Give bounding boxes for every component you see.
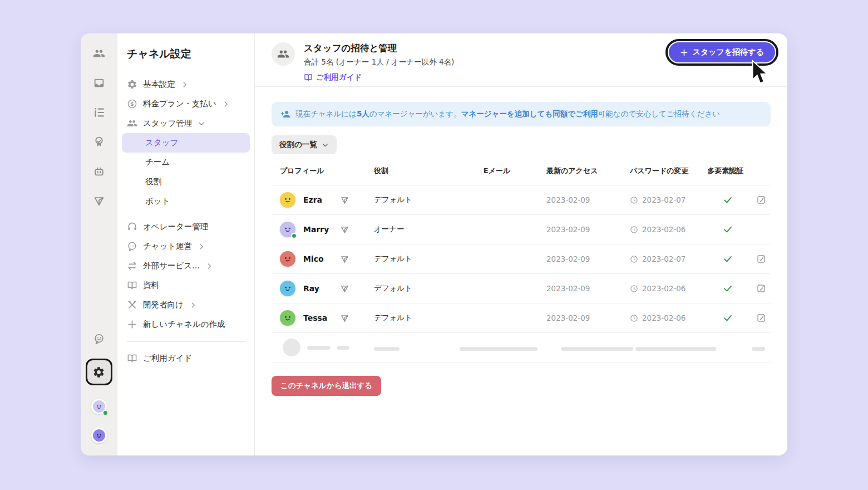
menu-label: 新しいチャネルの作成 bbox=[143, 319, 225, 330]
menu-label: スタッフ管理 bbox=[143, 118, 192, 129]
avatar bbox=[280, 281, 295, 296]
mfa-check-icon bbox=[706, 313, 750, 323]
gear-icon bbox=[127, 79, 137, 90]
contacts-icon[interactable] bbox=[93, 47, 105, 60]
staff-people-icon bbox=[272, 42, 295, 66]
channel-avatar-other[interactable] bbox=[91, 428, 107, 443]
staff-role: オーナー bbox=[374, 224, 455, 234]
table-row: Mico デフォルト 2023-02-09 2023-02-07 bbox=[272, 244, 771, 274]
badge-icon[interactable] bbox=[93, 136, 105, 148]
staff-name: Mico bbox=[303, 254, 340, 263]
clock-icon bbox=[630, 226, 638, 234]
staff-password-changed: 2023-02-06 bbox=[642, 313, 685, 322]
edit-staff-button[interactable] bbox=[750, 195, 771, 205]
plus-icon bbox=[127, 319, 137, 330]
sidebar-item-billing[interactable]: $ 料金プラン・支払い bbox=[117, 94, 254, 114]
staff-password-changed: 2023-02-07 bbox=[642, 254, 685, 263]
smiley-chat-icon[interactable] bbox=[93, 333, 105, 345]
mfa-check-icon bbox=[706, 224, 750, 234]
inbox-icon[interactable] bbox=[93, 77, 105, 89]
col-header-profile: プロフィール bbox=[272, 163, 374, 179]
staff-password-changed: 2023-02-06 bbox=[642, 284, 685, 293]
staff-last-access: 2023-02-09 bbox=[539, 195, 622, 204]
chevron-right-icon bbox=[222, 100, 230, 108]
roles-filter-dropdown[interactable]: 役割の一覧 bbox=[272, 135, 337, 154]
sidebar-item-roles[interactable]: 役割 bbox=[117, 172, 254, 192]
col-header-mfa: 多要素認証 bbox=[706, 163, 746, 179]
sidebar-item-developers[interactable]: 開発者向け bbox=[117, 295, 254, 315]
staff-last-access: 2023-02-09 bbox=[539, 254, 622, 263]
edit-staff-button[interactable] bbox=[750, 283, 771, 293]
staff-role: デフォルト bbox=[374, 195, 455, 205]
col-header-last-access: 最新のアクセス bbox=[539, 163, 622, 179]
sidebar-item-bots[interactable]: ボット bbox=[117, 192, 254, 211]
sidebar-item-staff[interactable]: スタッフ bbox=[122, 133, 250, 153]
staff-role: デフォルト bbox=[374, 254, 455, 264]
table-row: Marry オーナー 2023-02-09 2023-02-06 bbox=[272, 215, 771, 244]
sidebar-item-basic-settings[interactable]: 基本設定 bbox=[117, 75, 254, 94]
menu-label: 基本設定 bbox=[143, 79, 175, 90]
avatar bbox=[280, 310, 295, 326]
sidebar-divider bbox=[127, 341, 245, 342]
send-icon[interactable] bbox=[340, 313, 349, 323]
app-window: チャネル設定 基本設定 $ 料金プラン・支払い スタッフ管理 スタッフ チーム bbox=[81, 33, 787, 455]
loading-skeleton-row bbox=[272, 333, 771, 362]
sidebar-item-teams[interactable]: チーム bbox=[117, 153, 254, 172]
leave-channel-button[interactable]: このチャネルから退出する bbox=[272, 376, 381, 396]
send-icon[interactable] bbox=[340, 195, 349, 205]
sidebar-item-usage-guide[interactable]: ご利用ガイド bbox=[117, 349, 254, 368]
main-panel: スタッフの招待と管理 合計 5名 (オーナー 1人 / オーナー以外 4名) ご… bbox=[255, 33, 787, 455]
channel-avatar-current[interactable] bbox=[91, 399, 107, 414]
staff-password-changed: 2023-02-07 bbox=[642, 195, 685, 204]
sidebar-item-create-channel[interactable]: 新しいチャネルの作成 bbox=[117, 315, 254, 334]
staff-name: Ray bbox=[303, 284, 340, 293]
edit-staff-button[interactable] bbox=[750, 254, 771, 264]
chevron-right-icon bbox=[198, 243, 205, 251]
send-icon[interactable] bbox=[93, 195, 105, 207]
staff-name: Ezra bbox=[303, 195, 340, 204]
book-icon bbox=[127, 280, 137, 291]
headset-icon bbox=[127, 222, 137, 232]
staff-role: デフォルト bbox=[374, 313, 455, 323]
staff-name: Tessa bbox=[303, 313, 340, 322]
icon-rail bbox=[81, 33, 117, 455]
guide-link[interactable]: ご利用ガイド bbox=[304, 72, 454, 82]
menu-label: 料金プラン・支払い bbox=[143, 99, 216, 109]
list-icon[interactable] bbox=[93, 106, 105, 119]
menu-label: オペレーター管理 bbox=[143, 222, 208, 232]
menu-label: ボット bbox=[145, 196, 170, 207]
online-dot bbox=[102, 410, 108, 416]
send-icon[interactable] bbox=[340, 254, 349, 264]
bot-icon[interactable] bbox=[93, 165, 105, 178]
menu-label: 資料 bbox=[143, 280, 159, 291]
send-icon[interactable] bbox=[340, 225, 349, 234]
sidebar-item-operator-management[interactable]: オペレーター管理 bbox=[117, 217, 254, 237]
page-subtitle: 合計 5名 (オーナー 1人 / オーナー以外 4名) bbox=[304, 57, 454, 67]
staff-last-access: 2023-02-09 bbox=[539, 284, 622, 293]
menu-label: チーム bbox=[145, 157, 170, 168]
plus-icon bbox=[680, 48, 688, 57]
menu-label: ご利用ガイド bbox=[143, 353, 192, 364]
sidebar-item-chat-ops[interactable]: チャット運営 bbox=[117, 237, 254, 256]
menu-label: 外部サービス... bbox=[143, 261, 200, 271]
swap-arrows-icon bbox=[127, 261, 137, 271]
edit-staff-button[interactable] bbox=[750, 313, 771, 323]
mfa-check-icon bbox=[706, 195, 750, 205]
col-header-email: Eメール bbox=[455, 163, 539, 179]
sidebar-item-external-services[interactable]: 外部サービス... bbox=[117, 256, 254, 276]
staff-role: デフォルト bbox=[374, 283, 455, 293]
staff-last-access: 2023-02-09 bbox=[539, 313, 622, 322]
chevron-right-icon bbox=[205, 262, 213, 270]
col-header-role: 役割 bbox=[374, 163, 455, 179]
sidebar-item-staff-management[interactable]: スタッフ管理 bbox=[117, 114, 254, 133]
avatar bbox=[280, 192, 295, 208]
sidebar-item-docs[interactable]: 資料 bbox=[117, 276, 254, 295]
settings-rail-button[interactable] bbox=[86, 359, 112, 385]
person-add-icon bbox=[280, 109, 290, 119]
clock-icon bbox=[630, 196, 638, 204]
chevron-right-icon bbox=[189, 301, 197, 309]
invite-staff-button[interactable]: スタッフを招待する bbox=[669, 42, 775, 62]
invite-button-label: スタッフを招待する bbox=[693, 47, 764, 57]
send-icon[interactable] bbox=[340, 284, 349, 293]
guide-link-label: ご利用ガイド bbox=[316, 72, 362, 82]
